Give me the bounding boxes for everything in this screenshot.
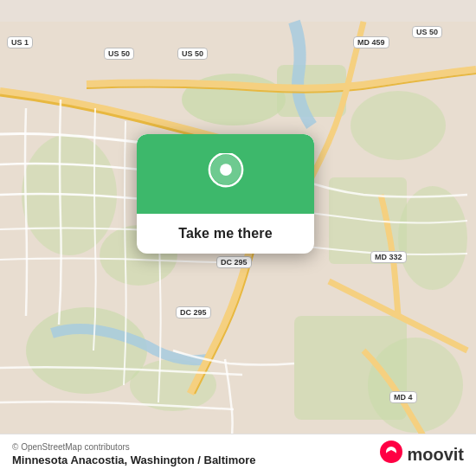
- moovit-pin-icon: [379, 440, 403, 469]
- moovit-text: moovit: [407, 445, 464, 465]
- road-label-dc295a: DC 295: [216, 256, 252, 268]
- road-label-us50b: US 50: [177, 48, 208, 60]
- road-label-us50c: US 50: [412, 26, 442, 38]
- location-pin-icon: [203, 153, 248, 198]
- road-label-md332: MD 332: [370, 251, 407, 263]
- road-label-us50a: US 50: [104, 48, 134, 60]
- svg-point-8: [26, 307, 147, 394]
- location-label: Minnesota Anacostia, Washington / Baltim…: [12, 453, 255, 466]
- road-label-md4: MD 4: [389, 391, 417, 403]
- road-label-dc295b: DC 295: [176, 306, 211, 318]
- svg-point-7: [398, 186, 467, 290]
- svg-point-6: [351, 91, 446, 160]
- take-me-there-button[interactable]: Take me there: [178, 226, 273, 241]
- map-container: US 1 US 50 US 50 MD 459 US 50 DC 295 DC …: [0, 0, 476, 476]
- popup-card: Take me there: [137, 134, 314, 254]
- bottom-info: © OpenStreetMap contributors Minnesota A…: [12, 442, 255, 466]
- popup-icon-area: [137, 134, 314, 214]
- copyright-text: © OpenStreetMap contributors: [12, 442, 255, 452]
- bottom-bar: © OpenStreetMap contributors Minnesota A…: [0, 434, 476, 476]
- road-label-md459: MD 459: [353, 36, 389, 48]
- moovit-logo: moovit: [379, 440, 464, 469]
- road-label-us1: US 1: [7, 36, 33, 48]
